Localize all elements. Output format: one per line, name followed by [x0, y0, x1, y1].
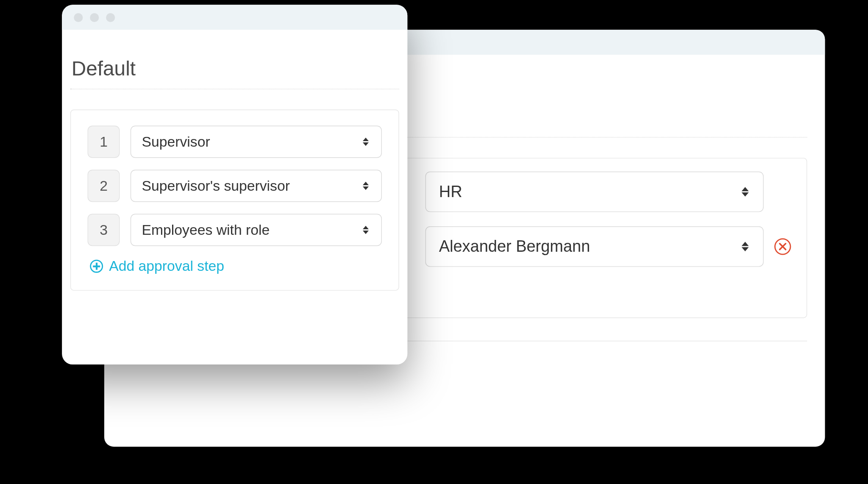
employee-select-value: Alexander Bergmann [439, 237, 590, 256]
updown-icon [740, 185, 750, 199]
window-control-zoom[interactable] [106, 13, 115, 22]
plus-circle-icon [90, 260, 103, 273]
step-approver-select[interactable]: Supervisor's supervisor [131, 170, 382, 202]
role-select[interactable]: HR [425, 172, 763, 212]
step-approver-value: Supervisor [142, 134, 210, 150]
step-approver-select[interactable]: Employees with role [131, 214, 382, 246]
add-approval-step-link[interactable]: Add approval step [90, 258, 382, 275]
step-approver-value: Supervisor's supervisor [142, 178, 289, 194]
foreground-window: Default 1 Supervisor 2 Supervisor's supe… [62, 5, 407, 364]
updown-icon [361, 135, 370, 149]
step-approver-value: Employees with role [142, 222, 270, 238]
updown-icon [361, 223, 370, 237]
close-icon [779, 242, 787, 251]
approval-steps-box: 1 Supervisor 2 Supervisor's supervisor 3 [70, 110, 399, 291]
employee-select-row: Alexander Bergmann [425, 226, 790, 267]
front-window-content: Default 1 Supervisor 2 Supervisor's supe… [62, 30, 407, 291]
employee-select[interactable]: Alexander Bergmann [425, 226, 763, 267]
approval-step-row: 2 Supervisor's supervisor [88, 170, 382, 202]
step-approver-select[interactable]: Supervisor [131, 126, 382, 158]
step-number-badge: 2 [88, 170, 120, 202]
window-control-minimize[interactable] [90, 13, 99, 22]
front-window-titlebar [62, 5, 407, 30]
role-select-value: HR [439, 183, 462, 201]
page-title: Default [72, 57, 399, 81]
delete-step-button[interactable] [774, 238, 791, 255]
approval-step-row: 1 Supervisor [88, 126, 382, 158]
updown-icon [740, 239, 750, 254]
updown-icon [361, 179, 370, 193]
step-number-badge: 3 [88, 214, 120, 246]
add-step-label: Add approval step [109, 258, 224, 275]
approval-step-row: 3 Employees with role [88, 214, 382, 246]
role-select-row: HR [425, 172, 790, 212]
step-number-badge: 1 [88, 126, 120, 158]
front-divider [70, 89, 399, 89]
window-control-close[interactable] [74, 13, 83, 22]
